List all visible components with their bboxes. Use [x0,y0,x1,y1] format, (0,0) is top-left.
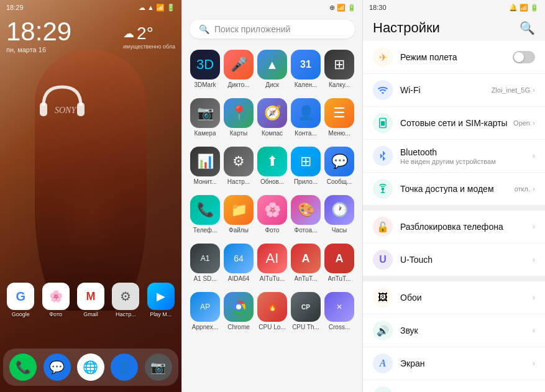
settings-item-unlock[interactable]: 🔓 Разблокировка телефона › [363,211,545,244]
app-chrome[interactable]: Chrome [223,292,254,331]
hotspot-chevron: › [533,185,535,193]
app-3dmark[interactable]: 3D 3DMark [190,50,221,89]
utouch-icon: U [373,250,393,270]
app-row-3: 📊 Монит... ⚙ Настр... ⬆ Обнов... ⊞ Прило… [182,144,362,189]
app-menu[interactable]: ☰ Меню... [324,98,355,137]
settings-item-display[interactable]: A Экран › [363,347,545,380]
weather-icon: ☁ [123,27,134,40]
app-phone[interactable]: 📞 Телеф... [190,195,221,234]
svg-rect-1 [77,103,85,116]
utouch-chevron: › [533,255,535,264]
app-cputh[interactable]: CP CPU Th... [290,292,321,331]
svg-text:SONY: SONY [55,106,77,115]
app-row-4: 📞 Телеф... 📁 Файлы 🌸 Фото 🎨 Фотоа... 🕐 Ч… [182,192,362,237]
app-calendar[interactable]: 31 Кален... [290,50,321,89]
sim-title: Сотовые сети и SIM-карты [400,118,513,128]
settings-status-icons: 🔔 📶 🔋 [509,4,539,12]
search-placeholder: Поиск приложений [214,24,290,34]
app-cross[interactable]: ✕ Cross... [324,292,355,331]
dock-messages[interactable]: 💬 [44,353,71,381]
wifi-title: Wi-Fi [400,85,492,95]
app-appnex[interactable]: AP Appnex... [190,292,221,331]
search-icon: 🔍 [199,24,209,34]
weather-desc: имущественно обла [123,43,175,50]
display-title: Экран [400,358,533,368]
app-camera[interactable]: 📷 Камера [190,98,221,137]
home-screen: SONY 18:29 ☁ ▲ 📶 🔋 18:29 пн, марта 16 ☁ … [0,0,181,392]
svg-point-4 [236,304,241,309]
svg-rect-7 [381,121,385,126]
settings-item-bluetooth[interactable]: Bluetooth Не виден другим устройствам › [363,140,545,173]
sim-chevron: › [533,119,535,127]
sound-chevron: › [533,326,535,335]
settings-item-utouch[interactable]: U U-Touch › [363,244,545,276]
dock-contacts[interactable]: 👤 [111,353,138,381]
settings-search-button[interactable]: 🔍 [520,21,535,35]
app-sms[interactable]: 💬 Сообщ... [324,147,355,186]
app-dictaphone[interactable]: 🎤 Дикто... [223,50,254,89]
display-chevron: › [533,359,535,368]
wallpaper-title: Обои [400,293,533,303]
settings-item-wallpaper[interactable]: 🖼 Обои › [363,281,545,314]
utouch-title: U-Touch [400,255,533,265]
wifi-value: Zloi_inet_5G [492,86,530,94]
headphones-visual: SONY [37,81,87,127]
home-clock: 18:29 [6,19,71,45]
app-grid: 3D 3DMark 🎤 Дикто... ▲ Диск 31 Кален... … [182,43,362,392]
home-app-play[interactable]: ▶ Play М... [147,283,175,317]
app-row-5: A1 A1 SD... 64 AIDA64 AI AITuTu... A AnT… [182,240,362,286]
app-calculator[interactable]: ⊞ Калку... [324,50,355,89]
unlock-chevron: › [533,222,535,231]
app-photos[interactable]: 🌸 Фото [257,195,288,234]
app-fotoa[interactable]: 🎨 Фотоа... [290,195,321,234]
hotspot-title: Точка доступа и модем [400,184,515,194]
app-contacts[interactable]: 👤 Конта... [290,98,321,137]
settings-item-sim[interactable]: Сотовые сети и SIM-карты Open › [363,107,545,140]
drawer-search-bar[interactable]: 🔍 Поиск приложений [190,20,355,39]
sound-icon: 🔊 [373,321,393,340]
home-time-widget: 18:29 пн, марта 16 [6,19,71,53]
app-antutu2[interactable]: A AnTuT... [324,244,355,283]
home-app-settings[interactable]: ⚙ Настр... [112,283,139,317]
settings-divider-2 [363,276,545,281]
wifi-icon [373,80,393,100]
app-maps[interactable]: 📍 Карты [223,98,254,137]
settings-item-apps-notif[interactable]: Приложения и уведомления › [363,380,545,392]
app-drawer: ⊕ 📶 🔋 🔍 Поиск приложений 3D 3DMark 🎤 Дик… [181,0,363,392]
dock-camera[interactable]: 📷 [145,353,172,381]
settings-item-airplane[interactable]: ✈ Режим полета [363,41,545,74]
dock-phone[interactable]: 📞 [9,353,37,381]
settings-divider-1 [363,206,545,211]
app-files[interactable]: 📁 Файлы [223,195,254,234]
app-monitor[interactable]: 📊 Монит... [190,147,221,186]
app-cpulo[interactable]: 🔥 CPU Lo... [257,292,288,331]
hotspot-icon [373,179,393,199]
settings-item-sound[interactable]: 🔊 Звук › [363,314,545,347]
app-compass[interactable]: 🧭 Компас [257,98,288,137]
airplane-toggle[interactable] [513,51,535,63]
app-antutu1[interactable]: A AnTuT... [290,244,321,283]
app-a1sd[interactable]: A1 A1 SD... [190,244,221,283]
bluetooth-title: Bluetooth [400,147,533,157]
airplane-icon: ✈ [373,47,393,67]
settings-item-hotspot[interactable]: Точка доступа и модем откл. › [363,173,545,206]
app-apps[interactable]: ⊞ Прило... [290,147,321,186]
wifi-chevron: › [533,86,535,94]
app-settings[interactable]: ⚙ Настр... [223,147,254,186]
bluetooth-icon [373,146,393,166]
display-icon: A [373,353,393,373]
sim-value: Open [513,119,530,127]
home-app-gmail[interactable]: M Gmail [77,283,104,317]
app-update[interactable]: ⬆ Обнов... [257,147,288,186]
sim-icon [373,113,393,133]
app-aitutu[interactable]: AI AITuTu... [257,244,288,283]
dock-chrome[interactable]: 🌐 [77,353,104,381]
app-clock[interactable]: 🕐 Часы [324,195,355,234]
home-app-photos[interactable]: 🌸 Фото [42,283,70,317]
settings-item-wifi[interactable]: Wi-Fi Zloi_inet_5G › [363,74,545,107]
app-drive[interactable]: ▲ Диск [257,50,288,89]
airplane-title: Режим полета [400,52,513,62]
home-app-google[interactable]: G Google [7,283,34,317]
home-weather: ☁ 2° имущественно обла [123,24,175,50]
app-aida64[interactable]: 64 AIDA64 [223,244,254,283]
